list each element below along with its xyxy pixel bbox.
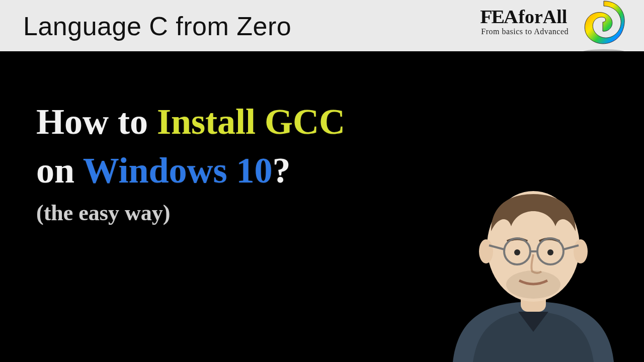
title-line2-highlight: Windows 10 [83,150,273,191]
title-line1-part1: How to [36,102,157,142]
title-line-2: on Windows 10? [36,146,345,195]
svg-point-4 [574,239,588,263]
slide-subtitle: (the easy way) [36,198,345,228]
title-line2-part1: on [36,150,83,191]
title-line1-highlight: Install GCC [157,102,345,142]
course-title: Language C from Zero [23,11,291,41]
svg-point-7 [514,249,520,255]
brand-fea: FEA [480,7,518,26]
svg-point-9 [506,270,560,299]
title-line2-qmark: ? [273,150,291,191]
brand-forall: forAll [516,6,567,27]
brand-logo-icon [574,0,634,56]
svg-point-8 [547,249,553,255]
brand-name: FEAforAll [481,7,569,26]
brand-tagline: From basics to Advanced [481,27,569,36]
slide-title: How to Install GCC on Windows 10? (the e… [36,98,345,228]
presenter-photo [443,151,624,362]
slide-body: How to Install GCC on Windows 10? (the e… [0,51,644,362]
brand-block: FEAforAll From basics to Advanced [481,7,569,36]
title-line-1: How to Install GCC [36,98,345,146]
svg-point-3 [479,239,493,263]
header-bar: Language C from Zero FEAforAll From basi… [0,0,644,51]
